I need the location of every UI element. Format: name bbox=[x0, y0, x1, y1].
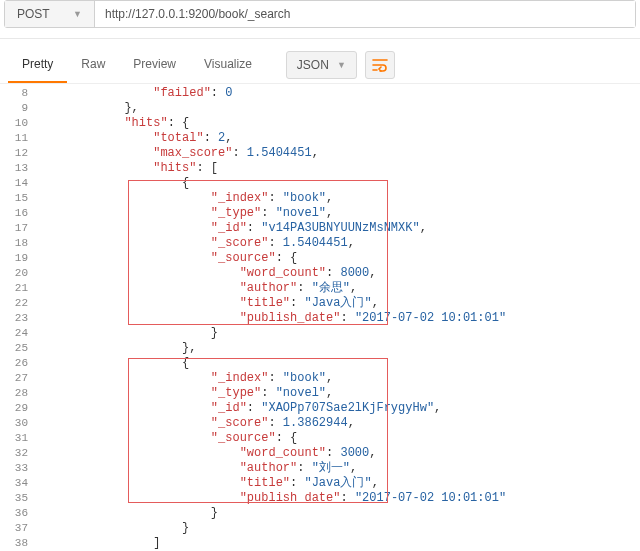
code-line: 20 "word_count": 8000, bbox=[0, 266, 640, 281]
code-line: 35 "publish_date": "2017-07-02 10:01:01" bbox=[0, 491, 640, 506]
code-content: "publish_date": "2017-07-02 10:01:01" bbox=[38, 311, 640, 326]
code-line: 23 "publish_date": "2017-07-02 10:01:01" bbox=[0, 311, 640, 326]
line-number: 19 bbox=[0, 251, 38, 266]
code-line: 16 "_type": "novel", bbox=[0, 206, 640, 221]
code-content: "title": "Java入门", bbox=[38, 296, 640, 311]
code-content: "max_score": 1.5404451, bbox=[38, 146, 640, 161]
line-number: 29 bbox=[0, 401, 38, 416]
code-line: 17 "_id": "v14PA3UBNYUUNzMsNMXK", bbox=[0, 221, 640, 236]
wrap-toggle-button[interactable] bbox=[365, 51, 395, 79]
code-content: "word_count": 8000, bbox=[38, 266, 640, 281]
tabs: Pretty Raw Preview Visualize bbox=[8, 47, 266, 83]
tab-preview[interactable]: Preview bbox=[119, 47, 190, 83]
code-line: 22 "title": "Java入门", bbox=[0, 296, 640, 311]
chevron-down-icon: ▼ bbox=[337, 60, 346, 70]
code-line: 12 "max_score": 1.5404451, bbox=[0, 146, 640, 161]
line-number: 20 bbox=[0, 266, 38, 281]
tab-pretty[interactable]: Pretty bbox=[8, 47, 67, 83]
code-line: 34 "title": "Java入门", bbox=[0, 476, 640, 491]
code-line: 25 }, bbox=[0, 341, 640, 356]
line-number: 13 bbox=[0, 161, 38, 176]
code-content: } bbox=[38, 506, 640, 521]
line-number: 27 bbox=[0, 371, 38, 386]
line-number: 21 bbox=[0, 281, 38, 296]
http-method-select[interactable]: POST ▼ bbox=[5, 1, 95, 27]
code-line: 38 ] bbox=[0, 536, 640, 551]
code-line: 9 }, bbox=[0, 101, 640, 116]
code-line: 8 "failed": 0 bbox=[0, 86, 640, 101]
http-method-label: POST bbox=[17, 7, 50, 21]
line-number: 26 bbox=[0, 356, 38, 371]
code-line: 31 "_source": { bbox=[0, 431, 640, 446]
code-content: ] bbox=[38, 536, 640, 551]
code-content: "_index": "book", bbox=[38, 371, 640, 386]
code-content: "hits": { bbox=[38, 116, 640, 131]
line-number: 17 bbox=[0, 221, 38, 236]
code-line: 21 "author": "余思", bbox=[0, 281, 640, 296]
line-number: 30 bbox=[0, 416, 38, 431]
line-number: 16 bbox=[0, 206, 38, 221]
code-content: "_type": "novel", bbox=[38, 386, 640, 401]
code-content: "_score": 1.5404451, bbox=[38, 236, 640, 251]
response-body[interactable]: 8 "failed": 09 },10 "hits": {11 "total":… bbox=[0, 84, 640, 551]
code-line: 13 "hits": [ bbox=[0, 161, 640, 176]
code-content: "author": "余思", bbox=[38, 281, 640, 296]
line-number: 25 bbox=[0, 341, 38, 356]
line-number: 35 bbox=[0, 491, 38, 506]
request-bar: POST ▼ bbox=[4, 0, 636, 28]
code-content: "_id": "v14PA3UBNYUUNzMsNMXK", bbox=[38, 221, 640, 236]
url-input[interactable] bbox=[95, 1, 635, 27]
tab-visualize[interactable]: Visualize bbox=[190, 47, 266, 83]
format-label: JSON bbox=[297, 58, 329, 72]
line-number: 24 bbox=[0, 326, 38, 341]
line-number: 14 bbox=[0, 176, 38, 191]
code-line: 33 "author": "刘一", bbox=[0, 461, 640, 476]
line-number: 8 bbox=[0, 86, 38, 101]
code-content: "_index": "book", bbox=[38, 191, 640, 206]
code-line: 24 } bbox=[0, 326, 640, 341]
line-number: 10 bbox=[0, 116, 38, 131]
code-line: 19 "_source": { bbox=[0, 251, 640, 266]
code-content: "word_count": 3000, bbox=[38, 446, 640, 461]
code-content: "hits": [ bbox=[38, 161, 640, 176]
code-line: 30 "_score": 1.3862944, bbox=[0, 416, 640, 431]
code-line: 10 "hits": { bbox=[0, 116, 640, 131]
line-number: 34 bbox=[0, 476, 38, 491]
line-number: 23 bbox=[0, 311, 38, 326]
line-number: 38 bbox=[0, 536, 38, 551]
chevron-down-icon: ▼ bbox=[73, 9, 82, 19]
wrap-icon bbox=[372, 58, 388, 72]
line-number: 36 bbox=[0, 506, 38, 521]
tab-raw[interactable]: Raw bbox=[67, 47, 119, 83]
code-content: }, bbox=[38, 101, 640, 116]
code-content: "_id": "XAOPp707Sae2lKjFrygyHw", bbox=[38, 401, 640, 416]
code-line: 15 "_index": "book", bbox=[0, 191, 640, 206]
code-content: } bbox=[38, 521, 640, 536]
code-line: 36 } bbox=[0, 506, 640, 521]
code-line: 11 "total": 2, bbox=[0, 131, 640, 146]
line-number: 18 bbox=[0, 236, 38, 251]
line-number: 15 bbox=[0, 191, 38, 206]
code-content: { bbox=[38, 176, 640, 191]
code-line: 18 "_score": 1.5404451, bbox=[0, 236, 640, 251]
code-content: } bbox=[38, 326, 640, 341]
code-line: 26 { bbox=[0, 356, 640, 371]
code-content: "_source": { bbox=[38, 251, 640, 266]
code-content: "_score": 1.3862944, bbox=[38, 416, 640, 431]
code-content: "total": 2, bbox=[38, 131, 640, 146]
code-content: { bbox=[38, 356, 640, 371]
code-line: 14 { bbox=[0, 176, 640, 191]
code-line: 37 } bbox=[0, 521, 640, 536]
code-line: 28 "_type": "novel", bbox=[0, 386, 640, 401]
code-content: }, bbox=[38, 341, 640, 356]
line-number: 9 bbox=[0, 101, 38, 116]
code-content: "failed": 0 bbox=[38, 86, 640, 101]
line-number: 28 bbox=[0, 386, 38, 401]
code-content: "publish_date": "2017-07-02 10:01:01" bbox=[38, 491, 640, 506]
code-content: "_type": "novel", bbox=[38, 206, 640, 221]
response-tab-bar: Pretty Raw Preview Visualize JSON ▼ bbox=[0, 39, 640, 84]
code-line: 32 "word_count": 3000, bbox=[0, 446, 640, 461]
code-content: "title": "Java入门", bbox=[38, 476, 640, 491]
format-select[interactable]: JSON ▼ bbox=[286, 51, 357, 79]
line-number: 37 bbox=[0, 521, 38, 536]
